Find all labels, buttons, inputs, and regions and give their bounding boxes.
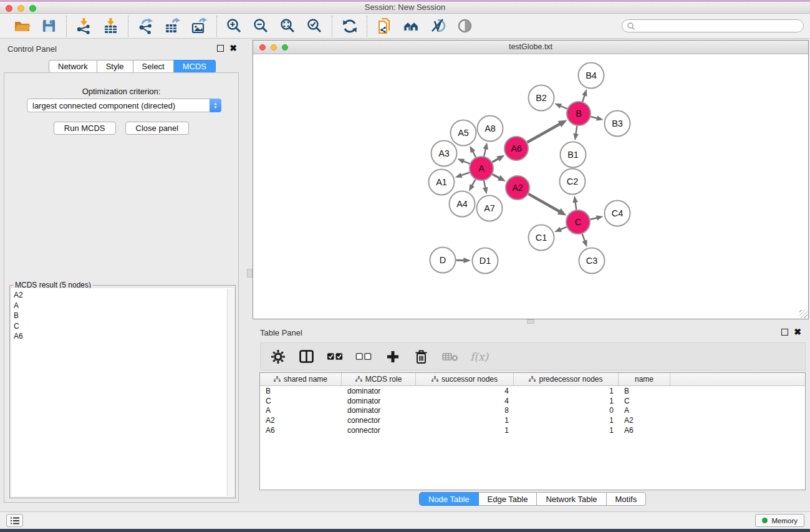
select-all-icon[interactable] [327,348,344,365]
tab-style[interactable]: Style [97,60,133,73]
delete-column-icon[interactable] [413,348,430,365]
import-network-icon[interactable] [75,17,92,34]
home-icon[interactable] [403,17,420,34]
result-list-item[interactable]: A2 [14,290,225,301]
float-table-panel-icon[interactable] [781,329,788,336]
graph-node-C2[interactable]: C2 [560,169,586,195]
table-splitter-grip[interactable] [527,319,534,324]
graph-node-B2[interactable]: B2 [529,85,554,111]
graph-edge-A-A4[interactable] [469,180,475,191]
graph-node-D[interactable]: D [430,248,456,273]
network-window-titlebar[interactable]: testGlobe.txt [253,41,808,54]
tab-node-table[interactable]: Node Table [419,492,479,506]
column-header-predecessor-nodes[interactable]: predecessor nodes [514,373,619,385]
function-builder-icon[interactable]: f(x) [470,351,488,363]
graph-edge-A-A1[interactable] [455,173,470,178]
close-window-button[interactable] [6,5,12,12]
run-mcds-button[interactable]: Run MCDS [54,122,116,135]
graph-edge-A-A6[interactable] [492,155,504,162]
graph-node-B3[interactable]: B3 [605,111,630,137]
zoom-fit-icon[interactable] [279,17,296,34]
tab-motifs[interactable]: Motifs [607,492,647,506]
panel-splitter-grip[interactable] [247,269,253,278]
export-table-icon[interactable] [164,17,181,34]
graph-node-B1[interactable]: B1 [561,142,586,168]
zoom-window-button[interactable] [29,5,36,12]
column-header-MCDS-role[interactable]: MCDS role [342,373,416,385]
graph-node-C4[interactable]: C4 [605,201,630,226]
tab-network[interactable]: Network [49,60,97,73]
graph-node-C1[interactable]: C1 [529,225,554,251]
hide-details-icon[interactable] [430,17,446,34]
graph-node-A4[interactable]: A4 [450,191,475,217]
refresh-icon[interactable] [341,17,358,34]
graph-edge-B-B4[interactable] [582,89,587,102]
result-list-item[interactable]: C [14,321,225,332]
graph-edge-A2-C[interactable] [528,194,566,216]
graph-edge-A-A8[interactable] [483,142,488,156]
tab-select[interactable]: Select [133,60,174,73]
table-row[interactable]: Adominator80A [260,405,805,415]
graph-edge-C-C2[interactable] [572,196,577,210]
close-table-panel-icon[interactable]: ✖ [794,329,801,336]
result-list-scrollbar[interactable] [227,289,233,496]
settings-icon[interactable] [269,348,286,365]
task-history-button[interactable] [6,514,23,527]
column-header-name[interactable]: name [619,373,670,385]
result-list-item[interactable]: B [14,311,225,321]
result-list-item[interactable]: A6 [14,331,225,342]
table-row[interactable]: A2connector11A2 [260,415,805,425]
graph-edge-B-B1[interactable] [573,126,578,140]
close-panel-button[interactable]: Close panel [125,122,190,135]
delete-table-icon[interactable] [441,348,458,365]
export-image-icon[interactable] [191,17,208,34]
network-zoom-button[interactable] [282,44,288,51]
graph-edge-C-C1[interactable] [554,227,566,232]
graph-edge-B-B3[interactable] [591,115,603,120]
zoom-selected-icon[interactable] [306,17,323,34]
graph-edge-A-A3[interactable] [457,159,470,164]
column-header-successor-nodes[interactable]: successor nodes [416,373,514,385]
graph-node-C3[interactable]: C3 [579,248,605,274]
mcds-result-list[interactable]: A2ABCA6 [11,288,234,496]
deselect-all-icon[interactable] [355,348,372,365]
graph-node-C[interactable]: C [566,210,590,234]
graph-node-A7[interactable]: A7 [477,196,503,221]
split-view-icon[interactable] [298,348,315,365]
table-row[interactable]: Cdominator41C [260,396,805,406]
graph-edge-A6-B[interactable] [527,120,567,143]
graph-node-A1[interactable]: A1 [429,170,455,195]
save-session-icon[interactable] [41,17,57,34]
export-network-icon[interactable] [137,17,154,34]
graph-node-A2[interactable]: A2 [506,176,529,200]
network-from-file-icon[interactable] [376,17,393,34]
graph-edge-A-A7[interactable] [483,181,488,195]
graph-node-A[interactable]: A [470,157,493,180]
graph-node-A8[interactable]: A8 [478,116,503,142]
table-row[interactable]: Bdominator41B [260,386,805,396]
graph-node-B[interactable]: B [567,102,591,125]
memory-button[interactable]: Memory [755,514,804,527]
add-column-icon[interactable] [384,348,401,365]
graph-node-A6[interactable]: A6 [504,137,528,160]
tab-edge-table[interactable]: Edge Table [479,492,538,506]
network-minimize-button[interactable] [271,44,277,51]
graph-edge-D-D1[interactable] [456,258,471,263]
network-close-button[interactable] [259,44,266,51]
graph-edge-B-B2[interactable] [554,104,567,109]
window-resize-grip[interactable] [799,310,808,318]
graph-node-A5[interactable]: A5 [451,120,476,146]
close-panel-icon[interactable]: ✖ [229,45,237,52]
graph-edge-C-C4[interactable] [591,215,604,220]
network-canvas[interactable]: B4B2BB3A5A8A6B1A3AC2A1A2A4A7C4CC1DD1C3 [253,54,808,319]
zoom-out-icon[interactable] [253,17,269,34]
column-header-shared-name[interactable]: shared name [260,373,342,385]
graph-node-B4[interactable]: B4 [579,63,604,89]
result-list-item[interactable]: A [14,301,225,311]
search-input[interactable] [635,21,803,31]
zoom-in-icon[interactable] [226,17,243,34]
float-panel-icon[interactable] [217,45,224,52]
tab-network-table[interactable]: Network Table [537,492,606,506]
graph-edge-A-A5[interactable] [470,145,476,157]
search-field[interactable] [622,19,804,32]
